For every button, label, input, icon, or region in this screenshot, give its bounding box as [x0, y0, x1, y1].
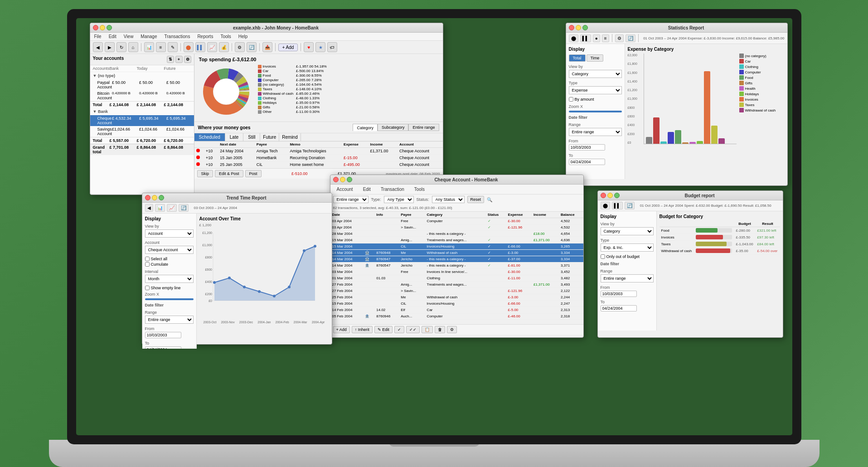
cheque-min-btn[interactable] — [340, 177, 345, 182]
cheque-edit-btn[interactable]: ✎ Edit — [374, 326, 393, 333]
mode-time-btn[interactable]: Time — [587, 54, 604, 62]
cumulate-checkbox[interactable] — [145, 262, 150, 267]
trend-icon4[interactable]: 🔄 — [179, 204, 189, 212]
table-row[interactable]: 05 Feb 2004 🏦 8760946 Auch... Computer £… — [330, 313, 583, 320]
stats-icon5[interactable]: ⚙ — [615, 34, 624, 42]
budget-icon2[interactable]: ▌▌ — [612, 202, 623, 209]
tab-future[interactable]: Future — [260, 133, 279, 141]
table-row[interactable]: 27 Feb 2004 > Savin... £-121.96 2,122 — [330, 288, 583, 294]
trend-zoom-slider[interactable] — [145, 298, 194, 300]
table-row[interactable]: 15 Feb 2004 CiL Invoices/Housing £-66.00… — [330, 301, 583, 307]
accounts-gear-btn[interactable]: ⚙ — [184, 56, 191, 63]
trend-max-btn[interactable] — [159, 195, 164, 200]
chart-btn[interactable]: 📊 — [144, 42, 154, 52]
tab-remind[interactable]: Remind — [279, 133, 301, 141]
budget-row-food[interactable]: Food £-280.00 £321.00 left — [659, 227, 780, 234]
trend-icon2[interactable]: 📊 — [155, 204, 165, 212]
cheque-inherit-btn[interactable]: ↑ Inherit — [352, 326, 373, 333]
tag-btn[interactable]: 🏷 — [327, 42, 337, 52]
pie-btn[interactable]: ⬤ — [184, 42, 194, 52]
menu-file[interactable]: File — [93, 34, 103, 39]
menu-edit[interactable]: Edit — [107, 34, 118, 39]
budget-type-select[interactable]: Exp. & Inc. — [601, 243, 654, 252]
table-row[interactable]: 15 Mar 2004 CiL Invoices/Housing ✓ £-66.… — [330, 243, 583, 250]
view-by-select[interactable]: Category — [569, 70, 622, 78]
status-filter-select[interactable]: Any Status — [432, 196, 465, 203]
bar-btn[interactable]: ▌▌ — [195, 42, 205, 52]
tab-entire-range[interactable]: Entire range — [408, 124, 439, 131]
trend-to-input[interactable] — [145, 346, 181, 349]
menu-view[interactable]: View — [122, 34, 135, 39]
budget-icon1[interactable]: ⬤ — [601, 202, 610, 209]
accounts-sort-btn[interactable]: ⇅ — [167, 56, 174, 63]
trend-close-btn[interactable] — [145, 195, 150, 200]
cheque-tab-edit[interactable]: Edit — [359, 186, 374, 193]
cheque-add-btn[interactable]: + Add — [333, 326, 350, 333]
budget-viewby-select[interactable]: Category — [601, 227, 654, 235]
paypal-row[interactable]: Paypal Account £ 50.00 £ 50.00 £ 50.00 — [90, 79, 194, 90]
cheque-check1-btn[interactable]: ✓ — [394, 326, 404, 333]
trend-icon1[interactable]: ◀ — [145, 204, 153, 212]
table-row[interactable]: 01 Mar 2004 01.03 Clothing £-11.00 3,482 — [330, 275, 583, 282]
table-row[interactable]: 25 Feb 2004 Me Withdrawal of cash £-3.00… — [330, 294, 583, 301]
by-amount-checkbox[interactable] — [569, 97, 573, 102]
stats-close-btn[interactable] — [569, 25, 574, 30]
settings-btn[interactable]: ⚙ — [235, 42, 245, 52]
sync-btn[interactable]: 🔄 — [247, 42, 257, 52]
menu-transactions[interactable]: Transactions — [163, 34, 192, 39]
table-row[interactable]: 27 Feb 2004 Amig... Treatments and wages… — [330, 282, 583, 288]
back-btn[interactable]: ◀ — [93, 42, 103, 52]
import-btn[interactable]: 📥 — [262, 42, 272, 52]
cheque-copy-btn[interactable]: 📋 — [422, 326, 433, 333]
budget-row-taxes[interactable]: Taxes £-1,043.00 £84.00 left — [659, 241, 780, 248]
budget-to-input[interactable] — [601, 305, 637, 311]
budget-btn[interactable]: 💰 — [219, 42, 229, 52]
cheque-max-btn[interactable] — [347, 177, 352, 182]
cheque-check2-btn[interactable]: ✓✓ — [406, 326, 420, 333]
table-row[interactable]: 15 Mar 2004 Amig... Treatments and wages… — [330, 237, 583, 243]
table-row[interactable]: 14 Mar 2004 🏦 8760947 Jericho - this nee… — [330, 256, 583, 263]
post-btn[interactable]: Post — [245, 170, 262, 177]
budget-row-invoices[interactable]: Invoices £-335.50 £97.30 left — [659, 234, 780, 241]
trend-min-btn[interactable] — [152, 195, 157, 200]
sched-row[interactable]: +10 25 Jan 2005 CiL Home sweet home £-49… — [194, 161, 443, 168]
table-row[interactable]: 14 Mar 2004 🏦 8760948 Me Withdrawal of c… — [330, 250, 583, 256]
budget-range-select[interactable]: Entire range — [601, 274, 654, 282]
menu-reports[interactable]: Reports — [196, 34, 214, 39]
cheque-close-btn[interactable] — [333, 177, 339, 182]
menu-tools[interactable]: Tools — [219, 34, 232, 39]
sched-row[interactable]: +10 24 May 2004 Amiga Tech Amiga Technol… — [194, 148, 443, 155]
trend-account-select[interactable]: Cheque Account — [145, 246, 194, 254]
list-btn[interactable]: ≡ — [156, 42, 166, 52]
bitcoin-row[interactable]: Bitcoin Account 0.420000 B 0.420000 B 0.… — [90, 90, 194, 101]
cheque-settings-btn[interactable]: ⚙ — [447, 326, 457, 333]
heart-btn[interactable]: ♥ — [304, 42, 314, 52]
only-out-checkbox[interactable] — [601, 254, 605, 259]
menu-help[interactable]: Help — [237, 34, 249, 39]
stats-icon6[interactable]: 🔄 — [626, 34, 635, 42]
cheque-row[interactable]: Cheque Account £ 4,532.34 £ 5,695.34 £ 5… — [90, 115, 194, 126]
budget-close-btn[interactable] — [601, 193, 606, 198]
budget-from-input[interactable] — [601, 291, 637, 297]
table-row[interactable]: 03 Mar 2004 Free Invoices In line servic… — [330, 269, 583, 275]
type-select[interactable]: Expense — [569, 86, 622, 94]
budget-min-btn[interactable] — [607, 193, 613, 198]
table-row[interactable]: 14 Mar 2004 🏦 8760547 Jericho - this nee… — [330, 263, 583, 269]
main-min-btn[interactable] — [100, 25, 105, 30]
skip-btn[interactable]: Skip — [197, 170, 213, 177]
sched-row[interactable]: +10 15 Jan 2005 HomeBank Recurring Donat… — [194, 155, 443, 161]
table-row[interactable]: 28 Mar 2004 - this needs a category - £1… — [330, 231, 583, 237]
tab-category[interactable]: Category — [353, 124, 378, 131]
stats-to-input[interactable] — [569, 159, 605, 165]
cheque-tab-transaction[interactable]: Transaction — [377, 186, 408, 193]
savings-row[interactable]: Savings Account £1,024.66 £1,024.66 £1,0… — [90, 126, 194, 137]
cheque-delete-btn[interactable]: 🗑 — [435, 326, 445, 333]
budget-icon3[interactable]: 🔄 — [625, 202, 635, 209]
interval-select[interactable]: Month — [145, 275, 194, 283]
tab-late[interactable]: Late — [225, 133, 243, 141]
stats-min-btn[interactable] — [576, 25, 581, 30]
trend-viewby-select[interactable]: Account — [145, 229, 194, 238]
zoom-slider[interactable] — [569, 111, 622, 112]
star-btn[interactable]: ★ — [315, 42, 325, 52]
menu-manage[interactable]: Manage — [139, 34, 158, 39]
